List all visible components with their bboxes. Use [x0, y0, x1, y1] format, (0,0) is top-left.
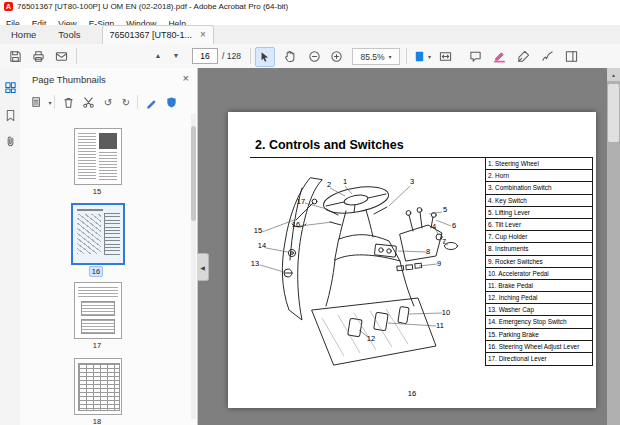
thumbnail-label-selected[interactable]: 16 — [71, 267, 121, 276]
delete-pages-icon[interactable] — [61, 95, 75, 109]
toolbar-separator — [406, 48, 407, 64]
tab-home[interactable]: Home — [0, 26, 47, 44]
rotate-ccw-icon[interactable]: ↺ — [101, 95, 115, 109]
thumbnail-text-lines — [99, 152, 117, 180]
caret-down-icon: ▾ — [389, 53, 392, 60]
pdf-page: 2. Controls and Switches 1. Steering Whe… — [228, 112, 596, 408]
zoom-in-icon[interactable] — [329, 49, 344, 64]
toolbar-separator — [250, 48, 251, 64]
email-icon[interactable] — [54, 49, 69, 64]
diagram-callout: 3 — [410, 177, 414, 186]
page-thumbnail-15[interactable] — [74, 128, 122, 185]
parts-table-row: 17. Directional Lever — [486, 353, 592, 365]
diagram-callout: 5 — [443, 205, 447, 214]
tab-document-label: 76501367 [UT80-1... — [110, 30, 193, 40]
parts-table-row: 2. Horn — [486, 170, 592, 182]
pen-icon[interactable] — [144, 95, 158, 109]
save-icon[interactable] — [8, 49, 23, 64]
parts-table-row: 1. Steering Wheel — [486, 158, 592, 170]
security-shield-icon[interactable] — [164, 95, 178, 109]
bookmarks-rail-icon[interactable] — [3, 108, 17, 122]
diagram-callout: 6 — [452, 221, 456, 230]
page-number-input[interactable] — [192, 48, 218, 64]
acrobat-app-icon: A — [4, 2, 13, 11]
toolbar-separator — [76, 48, 77, 64]
parts-table-row: 7. Cup Holder — [486, 231, 592, 243]
tab-document[interactable]: 76501367 [UT80-1... × — [102, 25, 214, 44]
parts-table-row: 6. Tilt Lever — [486, 219, 592, 231]
diagram-callout: 15 — [254, 226, 262, 235]
zoom-level-dropdown[interactable]: 85.5% ▾ — [352, 48, 400, 65]
tab-close-icon[interactable]: × — [200, 30, 206, 40]
highlight-icon[interactable] — [492, 49, 507, 64]
signature-icon[interactable] — [540, 49, 555, 64]
page-count-label: / 128 — [222, 49, 241, 63]
page-thumbnail-17[interactable] — [74, 282, 122, 339]
extract-pages-icon[interactable] — [81, 95, 95, 109]
thumbnail-label[interactable]: 17 — [74, 341, 120, 350]
diagram-callout: 4 — [432, 222, 436, 231]
next-page-icon[interactable]: ▼ — [170, 52, 182, 59]
parts-table-row: 5. Lifting Lever — [486, 207, 592, 219]
scroll-up-icon[interactable]: ▲ — [607, 68, 620, 81]
thumbnail-label[interactable]: 15 — [74, 187, 120, 196]
zoom-level-value: 85.5% — [360, 52, 384, 62]
comment-icon[interactable] — [468, 49, 483, 64]
caret-down-icon[interactable]: ▾ — [428, 53, 431, 60]
parts-table-row: 12. Inching Pedal — [486, 292, 592, 304]
parts-table-row: 15. Parking Brake — [486, 329, 592, 341]
thumbnail-text-lines — [78, 287, 118, 297]
panel-collapse-handle[interactable]: ◀ — [197, 253, 209, 281]
scrollbar-thumb[interactable] — [608, 84, 619, 142]
select-tool-button[interactable] — [255, 47, 275, 67]
print-icon[interactable] — [31, 49, 46, 64]
thumbnail-table-block — [81, 319, 115, 334]
main-toolbar: ▲ ▼ / 128 85.5% ▾ ▾ — [0, 44, 620, 69]
diagram-callout: 10 — [442, 308, 450, 317]
parts-table-row: 11. Brake Pedal — [486, 280, 592, 292]
page-thumbnail-18[interactable] — [74, 358, 122, 415]
acrobat-window: A 76501367 [UT80-100P] U OM EN (02-2018)… — [0, 0, 620, 425]
heading-rule — [250, 157, 485, 158]
sign-pen-icon[interactable] — [516, 49, 531, 64]
panel-toolbar-separator — [54, 95, 55, 109]
controls-diagram: 1 2 3 4 5 6 7 8 9 10 11 12 13 14 15 16 1… — [248, 162, 488, 397]
vertical-scrollbar[interactable]: ▲ — [607, 68, 620, 425]
hand-tool-icon[interactable] — [282, 49, 297, 64]
parts-table-row: 4. Key Switch — [486, 195, 592, 207]
tab-bar: Home Tools 76501367 [UT80-1... × — [0, 25, 620, 45]
page-thumbnails-rail-icon[interactable] — [3, 80, 17, 94]
panel-close-icon[interactable]: × — [183, 72, 189, 84]
diagram-callout: 17 — [297, 197, 305, 206]
diagram-callout: 13 — [251, 259, 259, 268]
panel-scrollbar-thumb[interactable] — [191, 126, 196, 221]
diagram-callout: 1 — [343, 177, 347, 186]
previous-page-icon[interactable]: ▲ — [152, 52, 164, 59]
panel-title: Page Thumbnails — [32, 74, 106, 85]
window-title: 76501367 [UT80-100P] U OM EN (02-2018).p… — [17, 2, 288, 11]
page-number: 16 — [228, 389, 596, 398]
parts-table-row: 8. Instruments — [486, 243, 592, 255]
rotate-cw-icon[interactable]: ↻ — [119, 95, 133, 109]
navigation-rail — [0, 68, 21, 425]
thumbnail-options-icon[interactable] — [30, 95, 44, 109]
zoom-out-icon[interactable] — [307, 49, 322, 64]
parts-table-row: 16. Steering Wheel Adjust Lever — [486, 341, 592, 353]
fit-width-icon[interactable] — [438, 49, 453, 64]
diagram-callout: 9 — [437, 259, 441, 268]
parts-table-row: 14. Emergency Stop Switch — [486, 316, 592, 328]
page-display-icon[interactable] — [412, 49, 427, 64]
thumbnail-table-block — [81, 301, 115, 316]
tab-tools[interactable]: Tools — [47, 26, 91, 44]
diagram-callout: 7 — [442, 237, 446, 246]
attachments-rail-icon[interactable] — [3, 134, 17, 148]
thumbnail-grid-block — [78, 363, 120, 411]
panel-scrollbar[interactable] — [191, 114, 196, 419]
page-thumbnail-16-selected[interactable] — [71, 203, 125, 265]
parts-table-row: 3. Combination Switch — [486, 182, 592, 194]
diagram-callout: 11 — [436, 321, 444, 330]
thumbnail-label[interactable]: 18 — [74, 417, 120, 425]
right-panel-toggle-icon[interactable] — [564, 49, 579, 64]
thumbnail-image-block — [99, 133, 117, 149]
section-heading: 2. Controls and Switches — [255, 138, 404, 152]
